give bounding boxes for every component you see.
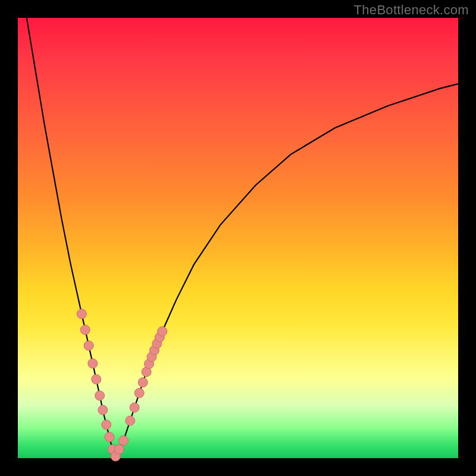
sample-dot [95,391,105,400]
sample-dot [98,405,108,415]
sample-dot [80,325,90,334]
curve-right-branch [115,84,458,458]
chart-canvas: TheBottleneck.com [0,0,476,476]
sample-dot [134,389,144,398]
sample-dot [119,436,129,445]
sample-dot [92,375,101,384]
sample-dot [126,416,135,425]
sample-dot [138,378,148,387]
sample-dot [114,444,124,454]
sample-dot [84,341,93,350]
sample-dot [88,359,98,368]
sample-dot [77,309,86,319]
curve-group [27,18,458,458]
dot-group [77,309,167,461]
sample-dot [105,433,114,442]
plot-area [18,18,458,458]
sample-dot [158,327,167,336]
sample-dot [102,420,111,430]
sample-dot [130,403,139,412]
chart-overlay [18,18,458,458]
watermark-text: TheBottleneck.com [354,2,469,18]
